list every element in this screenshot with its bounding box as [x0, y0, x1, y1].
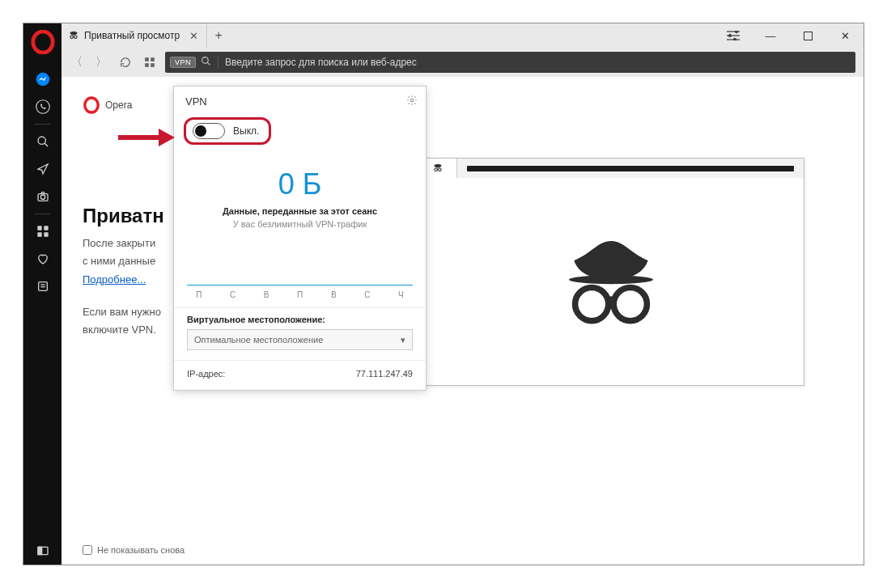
tab-title: Приватный просмотр: [84, 30, 180, 41]
svg-rect-26: [145, 57, 149, 61]
address-search-icon: [201, 56, 211, 69]
svg-line-31: [207, 62, 210, 65]
sidebar: [23, 23, 62, 565]
vpn-day: П: [196, 290, 202, 299]
address-row: 〈 〉 VPN Введите запрос для поиска или ве…: [62, 48, 864, 77]
svg-point-3: [38, 137, 45, 144]
reload-button[interactable]: [113, 50, 138, 74]
vpn-chart: [187, 253, 413, 286]
vpn-days: П С В П В С Ч: [174, 290, 426, 307]
vpn-day: В: [264, 290, 269, 299]
vpn-location-select[interactable]: Оптимальное местоположение ▾: [187, 329, 413, 350]
search-icon[interactable]: [23, 128, 62, 155]
easy-setup-icon[interactable]: [715, 23, 752, 48]
news-icon[interactable]: [23, 273, 62, 300]
back-button[interactable]: 〈: [65, 50, 89, 74]
vpn-badge[interactable]: VPN: [170, 57, 196, 68]
new-tab-button[interactable]: +: [207, 23, 230, 48]
close-tab-icon[interactable]: ✕: [189, 30, 198, 42]
gear-icon[interactable]: [406, 95, 418, 108]
sidebar-toggle-icon[interactable]: [23, 537, 62, 565]
svg-point-36: [575, 288, 609, 321]
svg-point-33: [434, 168, 437, 171]
svg-point-30: [202, 57, 209, 64]
opera-logo-icon[interactable]: [31, 30, 55, 54]
vpn-day: С: [230, 290, 236, 299]
vpn-day: В: [331, 290, 337, 299]
address-bar[interactable]: VPN Введите запрос для поиска или веб-ад…: [165, 52, 855, 73]
learn-more-link[interactable]: Подробнее...: [83, 273, 146, 286]
whatsapp-icon[interactable]: [23, 93, 62, 121]
speed-dial-button[interactable]: [138, 50, 162, 74]
brand-text: Opera: [105, 99, 132, 111]
svg-point-0: [32, 32, 52, 53]
vpn-toggle[interactable]: [193, 123, 225, 139]
vpn-ip-value: 77.111.247.49: [356, 369, 413, 379]
vpn-popup-title: VPN: [185, 95, 207, 108]
incognito-preview: [418, 158, 804, 386]
camera-icon[interactable]: [23, 183, 62, 210]
vpn-toggle-label: Выкл.: [233, 125, 259, 137]
svg-point-24: [734, 39, 736, 41]
maximize-button[interactable]: [789, 23, 826, 48]
dont-show-again-checkbox[interactable]: [83, 545, 92, 555]
incognito-illustration-icon: [558, 234, 664, 331]
vpn-unlimited-caption: У вас безлимитный VPN-трафик: [190, 219, 410, 229]
svg-rect-28: [145, 63, 149, 67]
svg-point-22: [736, 31, 738, 33]
svg-point-32: [85, 98, 99, 112]
vpn-ip-label: IP-адрес:: [187, 369, 225, 379]
svg-rect-15: [38, 547, 42, 554]
dont-show-again-label: Не показывать снова: [97, 545, 185, 555]
svg-rect-27: [151, 57, 155, 61]
heart-icon[interactable]: [23, 245, 62, 273]
svg-point-35: [569, 275, 653, 284]
titlebar: Приватный просмотр ✕ + ― ✕: [62, 23, 864, 48]
send-icon[interactable]: [23, 155, 62, 183]
svg-point-34: [438, 168, 441, 171]
vpn-day: П: [297, 290, 303, 299]
vpn-data-amount: 0 Б: [190, 167, 410, 201]
vpn-location-label: Виртуальное местоположение:: [187, 315, 413, 324]
vpn-popup: VPN Выкл. 0 Б Данные, переданные за этот…: [173, 86, 427, 391]
svg-point-16: [70, 36, 74, 39]
close-window-button[interactable]: ✕: [826, 23, 864, 48]
speed-dial-icon[interactable]: [23, 218, 62, 245]
svg-point-37: [613, 288, 647, 321]
forward-button[interactable]: 〉: [89, 50, 113, 74]
svg-point-2: [36, 100, 49, 114]
chevron-down-icon: ▾: [401, 335, 405, 345]
vpn-location-value: Оптимальное местоположение: [194, 335, 323, 345]
svg-rect-8: [44, 226, 48, 230]
svg-rect-10: [44, 232, 48, 236]
svg-point-23: [729, 35, 732, 37]
svg-rect-29: [151, 63, 155, 67]
messenger-icon[interactable]: [23, 66, 62, 93]
address-placeholder: Введите запрос для поиска или веб-адрес: [225, 57, 417, 68]
svg-point-38: [410, 99, 414, 102]
vpn-data-caption: Данные, переданные за этот сеанс: [190, 206, 410, 216]
vpn-day: Ч: [398, 290, 404, 299]
callout-arrow-icon: [117, 125, 175, 153]
svg-point-17: [74, 36, 78, 39]
svg-marker-40: [159, 129, 175, 146]
vpn-toggle-highlight: Выкл.: [184, 117, 271, 145]
vpn-day: С: [364, 290, 370, 299]
svg-point-6: [40, 195, 45, 199]
svg-rect-7: [37, 226, 41, 230]
svg-rect-25: [804, 32, 812, 40]
minimize-button[interactable]: ―: [752, 23, 789, 48]
tab-private[interactable]: Приватный просмотр ✕: [62, 23, 207, 48]
svg-line-4: [45, 143, 48, 146]
svg-rect-9: [37, 232, 41, 236]
